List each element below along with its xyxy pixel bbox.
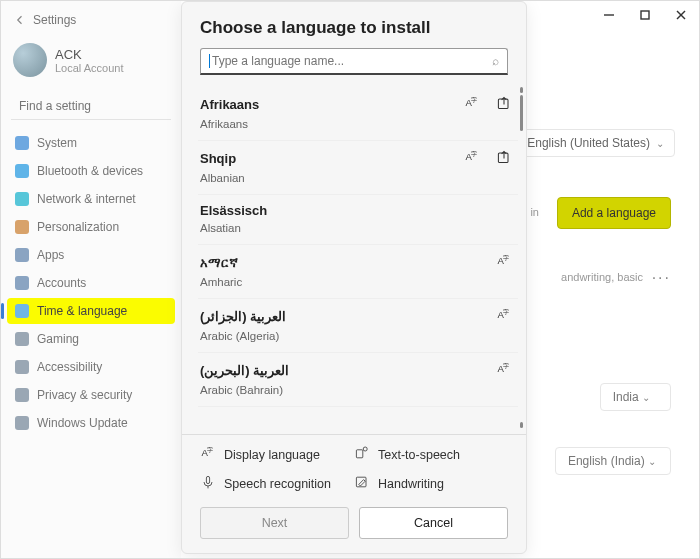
display-language-icon: A字 bbox=[464, 95, 480, 114]
legend-display: Display language bbox=[224, 448, 320, 462]
svg-rect-6 bbox=[498, 99, 508, 109]
speech-recognition-icon bbox=[200, 474, 216, 493]
sidebar-item-accessibility[interactable]: Accessibility bbox=[7, 354, 175, 380]
sidebar-item-apps[interactable]: Apps bbox=[7, 242, 175, 268]
svg-rect-9 bbox=[498, 153, 508, 163]
scrollbar[interactable] bbox=[520, 87, 523, 428]
sidebar-item-personalization[interactable]: Personalization bbox=[7, 214, 175, 240]
display-language-icon: A字 bbox=[464, 149, 480, 168]
sidebar-item-label: Network & internet bbox=[37, 192, 136, 206]
svg-text:字: 字 bbox=[471, 96, 477, 103]
svg-rect-18 bbox=[356, 450, 362, 458]
text-cursor bbox=[209, 54, 210, 68]
svg-text:字: 字 bbox=[207, 446, 213, 453]
search-icon: ⌕ bbox=[492, 54, 499, 68]
sidebar-item-label: Gaming bbox=[37, 332, 79, 346]
back-icon[interactable] bbox=[13, 13, 27, 27]
chevron-down-icon: ⌄ bbox=[642, 392, 650, 403]
settings-sidebar: Settings ACK Local Account SystemBluetoo… bbox=[1, 1, 181, 558]
regional-format-value: English (India) bbox=[568, 454, 645, 468]
language-row[interactable]: ElsässischAlsatian bbox=[198, 195, 518, 245]
sidebar-icon bbox=[15, 220, 29, 234]
choose-language-dialog: Choose a language to install ⌕ Afrikaans… bbox=[181, 1, 527, 554]
dialog-title: Choose a language to install bbox=[182, 2, 526, 48]
sidebar-item-accounts[interactable]: Accounts bbox=[7, 270, 175, 296]
text-to-speech-icon bbox=[354, 445, 370, 464]
svg-text:字: 字 bbox=[503, 362, 509, 369]
language-list[interactable]: AfrikaansA字AfrikaansShqipA字AlbanianElsäs… bbox=[182, 83, 526, 434]
close-button[interactable] bbox=[663, 1, 699, 29]
sidebar-icon bbox=[15, 304, 29, 318]
desc-fragment: andwriting, basic bbox=[561, 271, 643, 283]
svg-rect-1 bbox=[641, 11, 649, 19]
sidebar-item-label: Personalization bbox=[37, 220, 119, 234]
sidebar-item-network-internet[interactable]: Network & internet bbox=[7, 186, 175, 212]
sidebar-item-label: Accessibility bbox=[37, 360, 102, 374]
cancel-button[interactable]: Cancel bbox=[359, 507, 508, 539]
sidebar-item-bluetooth-devices[interactable]: Bluetooth & devices bbox=[7, 158, 175, 184]
user-block[interactable]: ACK Local Account bbox=[7, 37, 175, 89]
share-icon bbox=[496, 95, 512, 114]
language-name: العربية (البحرين) bbox=[200, 363, 289, 378]
language-search[interactable]: ⌕ bbox=[200, 48, 508, 75]
language-row[interactable]: AfrikaansA字Afrikaans bbox=[198, 87, 518, 141]
language-name: Elsässisch bbox=[200, 203, 267, 218]
regional-format-select[interactable]: English (India) ⌄ bbox=[555, 447, 671, 475]
sidebar-icon bbox=[15, 388, 29, 402]
language-subtitle: Afrikaans bbox=[200, 118, 512, 130]
language-subtitle: Albanian bbox=[200, 172, 512, 184]
user-name: ACK bbox=[55, 47, 124, 62]
user-subtitle: Local Account bbox=[55, 62, 124, 74]
legend-speech: Speech recognition bbox=[224, 477, 331, 491]
display-language-select[interactable]: English (United States) ⌄ bbox=[516, 129, 675, 157]
language-search-input[interactable] bbox=[212, 54, 492, 68]
language-name: አማርኛ bbox=[200, 255, 238, 271]
language-subtitle: Amharic bbox=[200, 276, 512, 288]
next-button[interactable]: Next bbox=[200, 507, 349, 539]
maximize-button[interactable] bbox=[627, 1, 663, 29]
display-language-value: English (United States) bbox=[527, 136, 650, 150]
language-row[interactable]: العربية (الجزائر)A字Arabic (Algeria) bbox=[198, 299, 518, 353]
language-row[interactable]: አማርኛA字Amharic bbox=[198, 245, 518, 299]
sidebar-icon bbox=[15, 276, 29, 290]
sidebar-item-system[interactable]: System bbox=[7, 130, 175, 156]
share-icon bbox=[496, 149, 512, 168]
display-language-icon: A字 bbox=[496, 253, 512, 272]
language-row[interactable]: العربية (البحرين)A字Arabic (Bahrain) bbox=[198, 353, 518, 407]
feature-legend: A字Display language Text-to-speech Speech… bbox=[182, 434, 526, 499]
language-subtitle: Arabic (Bahrain) bbox=[200, 384, 512, 396]
minimize-button[interactable] bbox=[591, 1, 627, 29]
display-language-icon: A字 bbox=[496, 307, 512, 326]
search-input[interactable] bbox=[11, 93, 171, 120]
language-subtitle: Alsatian bbox=[200, 222, 512, 234]
display-language-icon: A字 bbox=[200, 445, 216, 464]
sidebar-icon bbox=[15, 416, 29, 430]
sidebar-icon bbox=[15, 164, 29, 178]
svg-point-19 bbox=[363, 447, 367, 451]
country-select[interactable]: India ⌄ bbox=[600, 383, 671, 411]
svg-text:字: 字 bbox=[503, 254, 509, 261]
language-name: Afrikaans bbox=[200, 97, 259, 112]
avatar bbox=[13, 43, 47, 77]
language-name: العربية (الجزائر) bbox=[200, 309, 286, 324]
language-row[interactable]: ShqipA字Albanian bbox=[198, 141, 518, 195]
sidebar-item-gaming[interactable]: Gaming bbox=[7, 326, 175, 352]
sidebar-item-label: Bluetooth & devices bbox=[37, 164, 143, 178]
sidebar-icon bbox=[15, 136, 29, 150]
sidebar-item-privacy-security[interactable]: Privacy & security bbox=[7, 382, 175, 408]
sidebar-item-time-language[interactable]: Time & language bbox=[7, 298, 175, 324]
sidebar-icon bbox=[15, 360, 29, 374]
sidebar-search[interactable] bbox=[11, 93, 171, 120]
add-language-button[interactable]: Add a language bbox=[557, 197, 671, 229]
sidebar-icon bbox=[15, 332, 29, 346]
handwriting-icon bbox=[354, 474, 370, 493]
language-name: Shqip bbox=[200, 151, 236, 166]
settings-title: Settings bbox=[33, 13, 76, 27]
chevron-down-icon: ⌄ bbox=[648, 456, 656, 467]
language-subtitle: Arabic (Algeria) bbox=[200, 330, 512, 342]
chevron-down-icon: ⌄ bbox=[656, 138, 664, 149]
more-options-button[interactable]: ··· bbox=[652, 269, 671, 287]
sidebar-item-label: Privacy & security bbox=[37, 388, 132, 402]
sidebar-icon bbox=[15, 248, 29, 262]
sidebar-item-windows-update[interactable]: Windows Update bbox=[7, 410, 175, 436]
